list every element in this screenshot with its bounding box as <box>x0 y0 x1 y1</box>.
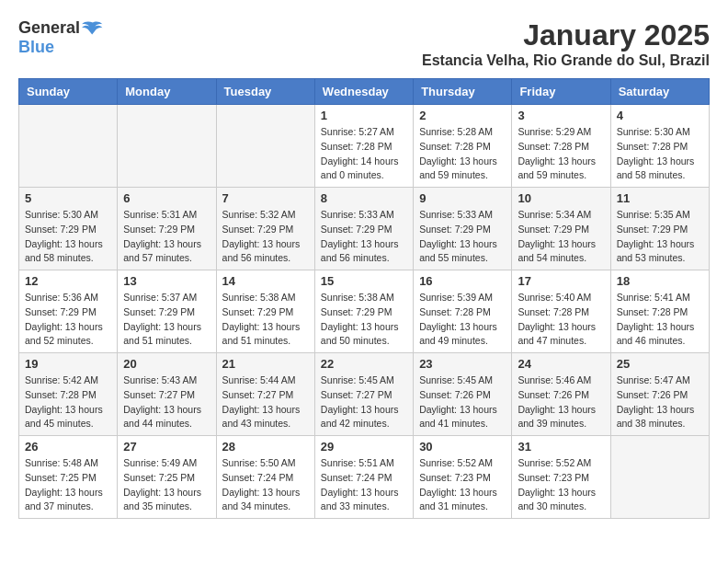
day-info-line: Sunrise: 5:33 AM <box>419 208 506 223</box>
calendar-header-wednesday: Wednesday <box>314 79 413 105</box>
day-info-line: Daylight: 13 hours <box>518 486 604 500</box>
day-info-line: Sunrise: 5:39 AM <box>419 291 506 305</box>
calendar-cell: 18Sunrise: 5:41 AMSunset: 7:28 PMDayligh… <box>610 270 709 353</box>
calendar-week-row: 5Sunrise: 5:30 AMSunset: 7:29 PMDaylight… <box>19 188 710 270</box>
day-info-line: Sunrise: 5:37 AM <box>123 291 210 305</box>
day-number: 7 <box>222 191 309 205</box>
day-info-line: Sunset: 7:28 PM <box>321 140 407 155</box>
day-info-line: Sunrise: 5:50 AM <box>222 456 309 471</box>
day-info-line: and 45 minutes. <box>25 417 111 431</box>
day-number: 4 <box>617 109 703 122</box>
day-info-line: Daylight: 13 hours <box>123 403 210 418</box>
day-info-line: Daylight: 13 hours <box>222 237 309 252</box>
day-info-line: Daylight: 13 hours <box>25 486 111 500</box>
day-info-line: Sunrise: 5:27 AM <box>321 125 407 140</box>
day-info-line: Daylight: 13 hours <box>222 403 309 418</box>
day-number: 22 <box>321 357 407 371</box>
calendar-header-monday: Monday <box>118 79 216 105</box>
calendar-cell: 27Sunrise: 5:49 AMSunset: 7:25 PMDayligh… <box>118 436 216 519</box>
day-number: 1 <box>321 109 407 122</box>
day-info-line: and 35 minutes. <box>123 500 210 514</box>
calendar-cell: 24Sunrise: 5:46 AMSunset: 7:26 PMDayligh… <box>512 353 610 436</box>
day-info-line: Sunset: 7:29 PM <box>123 223 210 237</box>
calendar-cell: 16Sunrise: 5:39 AMSunset: 7:28 PMDayligh… <box>414 270 512 353</box>
day-number: 9 <box>419 191 506 205</box>
day-info-line: Daylight: 13 hours <box>617 155 703 169</box>
calendar-cell: 7Sunrise: 5:32 AMSunset: 7:29 PMDaylight… <box>216 188 314 270</box>
day-number: 24 <box>518 357 604 371</box>
day-info-line: Sunrise: 5:28 AM <box>419 125 506 140</box>
calendar-cell: 5Sunrise: 5:30 AMSunset: 7:29 PMDaylight… <box>19 188 118 270</box>
day-info-line: Daylight: 13 hours <box>518 155 604 169</box>
day-info-line: Sunrise: 5:52 AM <box>419 456 506 471</box>
day-info-line: and 55 minutes. <box>419 251 506 266</box>
day-info-line: and 33 minutes. <box>321 500 407 514</box>
day-number: 14 <box>222 274 309 288</box>
calendar-cell: 30Sunrise: 5:52 AMSunset: 7:23 PMDayligh… <box>414 436 512 519</box>
calendar-cell: 2Sunrise: 5:28 AMSunset: 7:28 PMDaylight… <box>414 105 512 188</box>
day-number: 13 <box>123 274 210 288</box>
day-info-line: Sunrise: 5:44 AM <box>222 373 309 388</box>
day-info-line: Sunrise: 5:48 AM <box>25 456 111 471</box>
day-info-line: Sunrise: 5:51 AM <box>321 456 407 471</box>
calendar-week-row: 1Sunrise: 5:27 AMSunset: 7:28 PMDaylight… <box>19 105 710 188</box>
day-number: 25 <box>617 357 703 371</box>
day-info-line: and 51 minutes. <box>123 334 210 349</box>
day-info-line: and 51 minutes. <box>222 334 309 349</box>
day-info-line: and 37 minutes. <box>25 500 111 514</box>
day-info-line: Daylight: 13 hours <box>25 403 111 418</box>
day-info-line: and 38 minutes. <box>617 417 703 431</box>
calendar-cell <box>118 105 216 188</box>
day-number: 17 <box>518 274 604 288</box>
day-info-line: and 0 minutes. <box>321 168 407 183</box>
day-info-line: Sunrise: 5:45 AM <box>419 373 506 388</box>
calendar-cell <box>19 105 118 188</box>
logo-text-blue: Blue <box>18 38 54 57</box>
day-info-line: Sunset: 7:26 PM <box>518 388 604 403</box>
day-info-line: Daylight: 13 hours <box>25 237 111 252</box>
day-number: 11 <box>617 191 703 205</box>
day-info-line: Sunset: 7:25 PM <box>123 471 210 486</box>
logo: General Blue <box>18 18 104 57</box>
day-info-line: Sunset: 7:27 PM <box>123 388 210 403</box>
day-info-line: Sunset: 7:27 PM <box>321 388 407 403</box>
day-info-line: Daylight: 13 hours <box>222 486 309 500</box>
day-info-line: Daylight: 13 hours <box>222 320 309 335</box>
day-number: 28 <box>222 440 309 454</box>
day-info-line: and 59 minutes. <box>518 168 604 183</box>
day-info-line: and 46 minutes. <box>617 334 703 349</box>
calendar-header-saturday: Saturday <box>610 79 709 105</box>
day-info-line: Sunrise: 5:32 AM <box>222 208 309 223</box>
day-info-line: and 31 minutes. <box>419 500 506 514</box>
day-info-line: and 30 minutes. <box>518 500 604 514</box>
calendar-cell: 3Sunrise: 5:29 AMSunset: 7:28 PMDaylight… <box>512 105 610 188</box>
day-info-line: Sunrise: 5:52 AM <box>518 456 604 471</box>
day-info-line: Daylight: 13 hours <box>321 237 407 252</box>
calendar-cell: 4Sunrise: 5:30 AMSunset: 7:28 PMDaylight… <box>610 105 709 188</box>
calendar-week-row: 19Sunrise: 5:42 AMSunset: 7:28 PMDayligh… <box>19 353 710 436</box>
page-header: General Blue January 2025 Estancia Velha… <box>18 18 710 69</box>
day-info-line: Sunset: 7:28 PM <box>419 140 506 155</box>
day-info-line: Daylight: 13 hours <box>617 320 703 335</box>
calendar-header-sunday: Sunday <box>19 79 118 105</box>
day-number: 20 <box>123 357 210 371</box>
day-info-line: and 43 minutes. <box>222 417 309 431</box>
calendar-week-row: 12Sunrise: 5:36 AMSunset: 7:29 PMDayligh… <box>19 270 710 353</box>
calendar-cell: 28Sunrise: 5:50 AMSunset: 7:24 PMDayligh… <box>216 436 314 519</box>
day-info-line: Daylight: 13 hours <box>123 237 210 252</box>
day-number: 6 <box>123 191 210 205</box>
day-info-line: and 42 minutes. <box>321 417 407 431</box>
day-number: 31 <box>518 440 604 454</box>
calendar-cell: 10Sunrise: 5:34 AMSunset: 7:29 PMDayligh… <box>512 188 610 270</box>
title-block: January 2025 Estancia Velha, Rio Grande … <box>422 18 710 69</box>
day-info-line: Sunset: 7:24 PM <box>222 471 309 486</box>
day-number: 21 <box>222 357 309 371</box>
day-info-line: Daylight: 13 hours <box>419 320 506 335</box>
day-info-line: and 41 minutes. <box>419 417 506 431</box>
day-info-line: Sunrise: 5:34 AM <box>518 208 604 223</box>
day-info-line: Sunrise: 5:45 AM <box>321 373 407 388</box>
calendar-cell: 23Sunrise: 5:45 AMSunset: 7:26 PMDayligh… <box>414 353 512 436</box>
day-number: 16 <box>419 274 506 288</box>
calendar-table: SundayMondayTuesdayWednesdayThursdayFrid… <box>18 78 710 519</box>
calendar-cell: 26Sunrise: 5:48 AMSunset: 7:25 PMDayligh… <box>19 436 118 519</box>
